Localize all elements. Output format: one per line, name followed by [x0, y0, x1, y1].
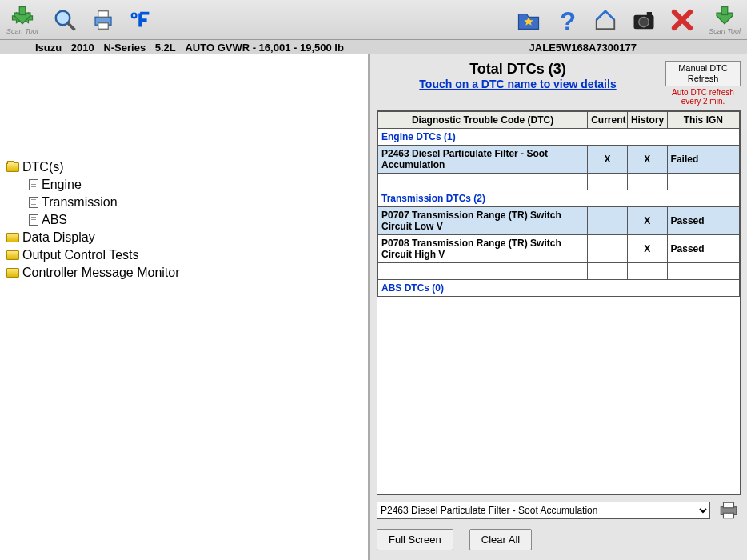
scan-tool-left-button[interactable]: Scan Tool [6, 5, 38, 35]
clear-all-button[interactable]: Clear All [469, 529, 532, 550]
dtc-row-p2463[interactable]: P2463 Diesel Particulate Filter - Soot A… [378, 146, 740, 174]
home-button[interactable] [593, 8, 617, 32]
dtc-select[interactable]: P2463 Diesel Particulate Filter - Soot A… [377, 502, 710, 519]
tree-output-tests[interactable]: Output Control Tests [6, 246, 368, 264]
svg-rect-5 [98, 22, 108, 29]
svg-line-2 [67, 22, 74, 30]
vehicle-model: N-Series [103, 42, 146, 54]
search-button[interactable] [53, 8, 77, 32]
svg-point-6 [132, 13, 137, 18]
auto-refresh-note: Auto DTC refresh every 2 min. [665, 88, 741, 106]
dtc-row-p0707[interactable]: P0707 Transmission Range (TR) Switch Cir… [378, 207, 740, 235]
toolbar: Scan Tool ? Scan Tool [0, 0, 747, 40]
vehicle-engine: 5.2L [155, 42, 176, 54]
print-button[interactable] [91, 8, 115, 32]
svg-rect-10 [647, 12, 652, 16]
close-button[interactable] [670, 8, 694, 32]
close-x-icon [670, 8, 694, 32]
tree-abs[interactable]: ABS [6, 211, 368, 229]
temperature-button[interactable] [130, 8, 154, 32]
dtc-table: Diagnostic Trouble Code (DTC) Current Hi… [377, 111, 740, 297]
svg-text:?: ? [561, 8, 577, 32]
document-icon [29, 197, 38, 208]
svg-rect-4 [98, 10, 108, 17]
col-history: History [627, 112, 667, 129]
scan-tool-right-button[interactable]: Scan Tool [709, 5, 741, 35]
svg-rect-0 [19, 6, 26, 14]
dtc-row-p0708[interactable]: P0708 Transmission Range (TR) Switch Cir… [378, 235, 740, 263]
magnifier-icon [53, 8, 77, 32]
total-dtcs-title: Total DTCs (3) [377, 61, 659, 78]
tree-transmission[interactable]: Transmission [6, 194, 368, 211]
download-arrow-icon [10, 5, 34, 29]
folder-icon [6, 268, 19, 278]
dtc-panel: Total DTCs (3) Touch on a DTC name to vi… [370, 54, 747, 560]
touch-hint-link[interactable]: Touch on a DTC name to view details [419, 78, 616, 90]
folder-open-icon [6, 162, 19, 172]
svg-point-1 [55, 10, 70, 25]
tree-data-display[interactable]: Data Display [6, 229, 368, 246]
document-icon [29, 214, 38, 226]
tree-ctrl-msg-monitor[interactable]: Controller Message Monitor [6, 264, 368, 282]
vehicle-year: 2010 [71, 42, 94, 54]
tree-dtcs[interactable]: DTC(s) [6, 158, 368, 176]
section-abs[interactable]: ABS DTCs (0) [378, 280, 740, 297]
vehicle-make: Isuzu [35, 42, 62, 54]
manual-refresh-button[interactable]: Manual DTC Refresh [665, 61, 741, 86]
help-button[interactable]: ? [555, 8, 579, 32]
fahrenheit-icon [130, 8, 154, 32]
favorites-button[interactable] [517, 8, 541, 32]
section-trans[interactable]: Transmission DTCs (2) [378, 190, 740, 207]
full-screen-button[interactable]: Full Screen [377, 529, 453, 550]
camera-icon [632, 8, 656, 32]
svg-rect-11 [721, 6, 728, 14]
folder-icon [6, 233, 19, 242]
svg-point-9 [639, 17, 649, 27]
question-icon: ? [555, 8, 579, 32]
document-icon [29, 179, 38, 190]
folder-icon [6, 250, 19, 260]
vehicle-vin: JALE5W168A7300177 [529, 42, 637, 54]
col-code: Diagnostic Trouble Code (DTC) [378, 112, 588, 129]
nav-tree: DTC(s) Engine Transmission ABS Data Disp… [0, 54, 368, 560]
svg-rect-13 [724, 502, 734, 508]
download-arrow-icon [713, 5, 737, 29]
col-current: Current [588, 112, 628, 129]
print-small-icon[interactable] [717, 500, 741, 521]
vehicle-info-bar: Isuzu 2010 N-Series 5.2L AUTO GVWR - 16,… [0, 40, 747, 54]
home-icon [593, 8, 617, 32]
tree-engine[interactable]: Engine [6, 176, 368, 194]
printer-icon [91, 8, 115, 32]
camera-button[interactable] [632, 8, 656, 32]
svg-rect-14 [724, 513, 734, 518]
folder-star-icon [517, 8, 541, 32]
section-engine[interactable]: Engine DTCs (1) [378, 129, 740, 146]
vehicle-trans: AUTO GVWR - 16,001 - 19,500 lb [185, 42, 343, 54]
col-ign: This IGN [667, 112, 739, 129]
